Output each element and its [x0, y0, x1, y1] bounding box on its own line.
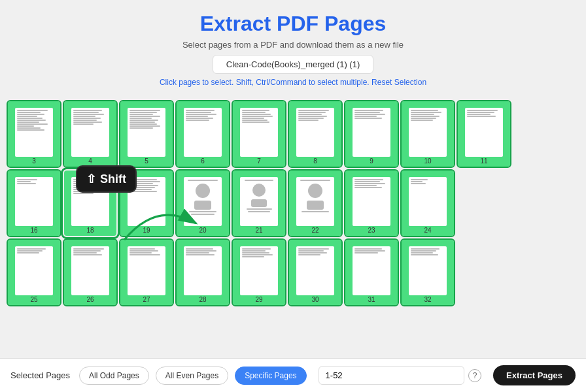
page-26[interactable]: 26 — [64, 240, 116, 305]
page-num-16: 16 — [30, 227, 37, 234]
instruction-bar: Click pages to select. Shift, Ctrl/Comma… — [13, 78, 573, 87]
page-num-29: 29 — [255, 296, 262, 303]
page-7[interactable]: 7 — [233, 101, 285, 167]
page-29[interactable]: 29 — [233, 240, 285, 305]
page-range-input[interactable] — [319, 366, 464, 385]
page-num-21: 22 — [311, 227, 319, 234]
instruction-text: Click pages to select. Shift, Ctrl/Comma… — [160, 78, 370, 87]
page-num-31: 31 — [368, 296, 375, 303]
page-num-32: 32 — [424, 296, 431, 303]
page-num-4: 4 — [88, 157, 92, 165]
page-num-17: 18 — [86, 227, 94, 234]
page-num-30: 30 — [311, 296, 319, 303]
shift-icon: ⇧ — [86, 172, 96, 186]
page-3[interactable]: 3 — [8, 101, 60, 167]
page-num-25: 25 — [30, 296, 37, 303]
extract-pages-button[interactable]: Extract Pages — [493, 365, 576, 385]
page-20[interactable]: 21 — [233, 171, 285, 236]
page-32[interactable]: 32 — [402, 240, 454, 305]
page-27[interactable]: 27 — [120, 240, 173, 305]
page-num-23: 24 — [424, 227, 431, 234]
page-num-10: 10 — [424, 157, 431, 165]
pages-area: 3 4 5 — [0, 96, 586, 358]
page-4[interactable]: 4 — [64, 101, 116, 167]
page-16[interactable]: 16 — [8, 171, 60, 236]
page-num-18: 19 — [143, 227, 150, 234]
page-num-6: 6 — [201, 157, 205, 165]
page-6[interactable]: 6 — [177, 101, 229, 167]
page-title: Extract PDF Pages — [13, 12, 573, 36]
page-25[interactable]: 25 — [8, 240, 60, 305]
page-28[interactable]: 28 — [177, 240, 229, 305]
help-icon[interactable]: ? — [468, 369, 481, 382]
pages-row-1: 3 4 5 — [8, 101, 578, 167]
bottom-bar: Selected Pages All Odd Pages All Even Pa… — [0, 358, 586, 392]
page-num-26: 26 — [86, 296, 94, 303]
page-23[interactable]: 24 — [402, 171, 454, 236]
page-num-20: 21 — [255, 227, 262, 234]
shift-key-badge: ⇧ Shift — [76, 165, 137, 193]
page-num-9: 9 — [370, 157, 373, 165]
page-subtitle: Select pages from a PDF and download the… — [13, 40, 573, 50]
page-num-28: 28 — [199, 296, 206, 303]
page-num-3: 3 — [32, 157, 36, 165]
page-num-8: 8 — [313, 157, 317, 165]
page-30[interactable]: 30 — [289, 240, 341, 305]
page-range-wrap: ? — [319, 366, 481, 385]
page-21[interactable]: 22 — [289, 171, 341, 236]
page-31[interactable]: 31 — [345, 240, 398, 305]
reset-selection-link[interactable]: Reset Selection — [371, 78, 426, 87]
page-19[interactable]: 20 — [177, 171, 229, 236]
page-22[interactable]: 23 — [345, 171, 398, 236]
page-num-27: 27 — [143, 296, 150, 303]
page-num-7: 7 — [257, 157, 261, 165]
shift-label: Shift — [100, 172, 126, 186]
page-num-19: 20 — [199, 227, 206, 234]
all-even-pages-button[interactable]: All Even Pages — [156, 367, 228, 385]
page-5[interactable]: 5 — [120, 101, 173, 167]
page-8[interactable]: 8 — [289, 101, 341, 167]
pages-row-3: 25 26 27 28 — [8, 240, 578, 305]
specific-pages-button[interactable]: Specific Pages — [235, 367, 306, 385]
page-11[interactable]: 11 — [458, 101, 510, 167]
page-num-22: 23 — [368, 227, 375, 234]
page-9[interactable]: 9 — [345, 101, 398, 167]
selected-pages-label: Selected Pages — [10, 370, 70, 380]
page-10[interactable]: 10 — [402, 101, 454, 167]
page-header: Extract PDF Pages Select pages from a PD… — [0, 0, 586, 96]
file-name-bar: Clean-Code(Books)_merged (1) (1) — [213, 55, 373, 74]
all-odd-pages-button[interactable]: All Odd Pages — [79, 367, 149, 385]
page-num-11: 11 — [480, 157, 487, 165]
page-num-5: 5 — [145, 157, 148, 165]
